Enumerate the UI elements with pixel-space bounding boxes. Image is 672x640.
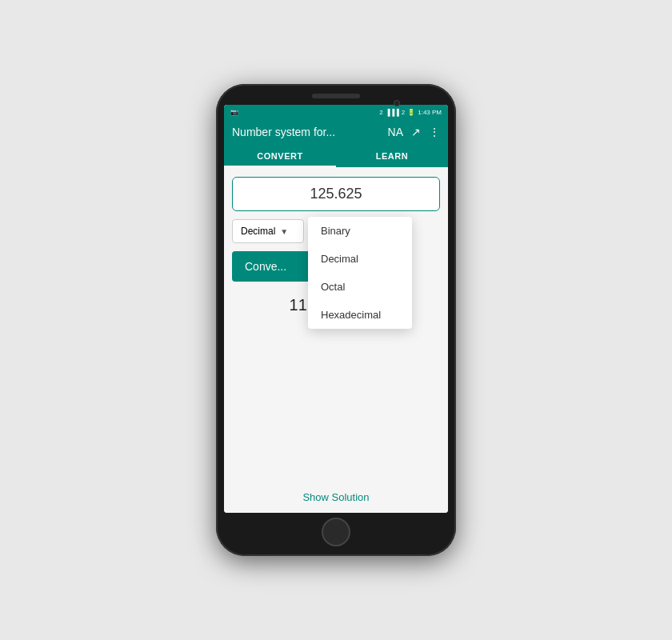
dropdown-item-binary[interactable]: Binary [308,217,412,245]
phone-outer: 📷 2 ▐▐▐ 2 🔋 1:43 PM Number system for...… [216,84,456,556]
tab-learn[interactable]: LEARN [336,145,448,167]
battery-icon: 2 [402,109,405,116]
dropdown-item-hexadecimal[interactable]: Hexadecimal [308,301,412,329]
tab-convert[interactable]: CONVERT [224,145,336,167]
from-dropdown[interactable]: Decimal ▼ [232,219,304,243]
chevron-down-icon: ▼ [280,227,288,236]
battery-percent: 🔋 [407,109,415,116]
dropdown-item-octal[interactable]: Octal [308,273,412,301]
from-dropdown-label: Decimal [241,226,275,237]
phone-home-button[interactable] [322,518,350,546]
dropdown-item-decimal[interactable]: Decimal [308,245,412,273]
phone-camera [394,100,400,106]
app-title: Number system for... [232,126,388,138]
to-dropdown-menu: Binary Decimal Octal Hexadecimal [308,217,412,329]
status-icons: 2 ▐▐▐ 2 🔋 1:43 PM [379,109,442,116]
status-bar: 📷 2 ▐▐▐ 2 🔋 1:43 PM [224,105,448,119]
translate-icon[interactable]: NA [388,126,403,138]
more-icon[interactable]: ⋮ [429,126,440,138]
app-bar: Number system for... NA ↗ ⋮ [224,119,448,145]
sim-icon: 2 [379,109,382,116]
status-bar-left: 📷 [230,109,238,116]
signal-icon: ▐▐▐ [386,109,399,116]
app-bar-icons: NA ↗ ⋮ [388,126,440,138]
phone-speaker [312,94,360,98]
input-value: 125.625 [310,186,362,202]
tabs-bar: CONVERT LEARN [224,145,448,167]
share-icon[interactable]: ↗ [411,126,421,138]
content-area: 125.625 Decimal ▼ TO Binary Decimal [224,167,448,513]
time-label: 1:43 PM [418,109,442,116]
number-input-box[interactable]: 125.625 [232,177,440,211]
phone-screen: 📷 2 ▐▐▐ 2 🔋 1:43 PM Number system for...… [224,105,448,513]
show-solution-link[interactable]: Show Solution [232,483,440,503]
